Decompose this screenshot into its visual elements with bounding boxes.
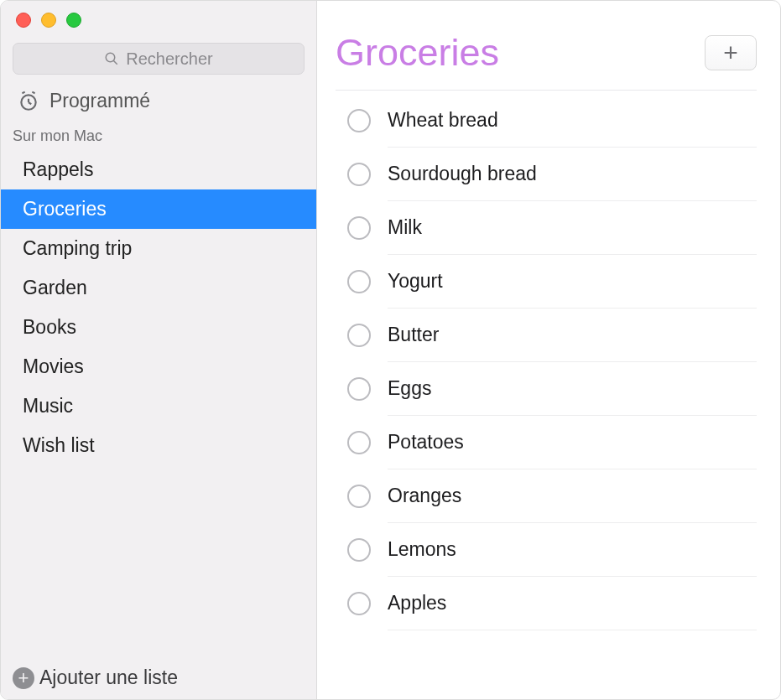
- sidebar-scheduled[interactable]: Programmé: [1, 86, 316, 124]
- sidebar-item-garden[interactable]: Garden: [1, 268, 316, 308]
- svg-line-4: [29, 102, 31, 104]
- reminder-row[interactable]: Wheat bread: [336, 94, 757, 148]
- search-input[interactable]: Rechercher: [13, 43, 305, 75]
- reminder-text[interactable]: Lemons: [388, 538, 757, 577]
- reminder-checkbox[interactable]: [347, 216, 371, 240]
- svg-point-0: [107, 53, 116, 62]
- reminder-row[interactable]: Potatoes: [336, 416, 757, 469]
- divider: [336, 90, 757, 91]
- add-list-button[interactable]: + Ajouter une liste: [1, 656, 316, 699]
- reminder-row[interactable]: Yogurt: [336, 255, 757, 309]
- search-icon: [104, 51, 119, 66]
- reminder-checkbox[interactable]: [347, 270, 371, 293]
- reminder-text[interactable]: Wheat bread: [388, 109, 757, 148]
- main-panel: Groceries + Wheat bread Sourdough bread …: [317, 1, 780, 699]
- reminder-text[interactable]: Oranges: [388, 485, 757, 523]
- reminder-row[interactable]: Apples: [336, 577, 757, 630]
- reminders-window: Rechercher Programmé Sur mon Mac Rappels…: [0, 0, 781, 700]
- window-controls: [1, 1, 316, 36]
- reminder-text[interactable]: Butter: [388, 324, 757, 362]
- search-placeholder: Rechercher: [126, 49, 212, 69]
- reminder-text[interactable]: Potatoes: [388, 431, 757, 469]
- minimize-button[interactable]: [41, 13, 56, 28]
- reminder-row[interactable]: Sourdough bread: [336, 148, 757, 201]
- svg-line-6: [32, 91, 34, 93]
- scheduled-label: Programmé: [49, 90, 150, 112]
- reminder-text[interactable]: Sourdough bread: [388, 163, 757, 201]
- reminder-row[interactable]: Oranges: [336, 469, 757, 523]
- reminder-text[interactable]: Yogurt: [388, 270, 757, 309]
- sidebar-item-books[interactable]: Books: [1, 308, 316, 347]
- svg-line-5: [22, 91, 24, 93]
- reminder-checkbox[interactable]: [347, 324, 371, 347]
- add-reminder-button[interactable]: +: [705, 35, 757, 70]
- reminder-text[interactable]: Apples: [388, 592, 757, 630]
- clock-icon: [18, 91, 39, 112]
- reminder-row[interactable]: Lemons: [336, 523, 757, 577]
- maximize-button[interactable]: [66, 13, 81, 28]
- sidebar-item-wish-list[interactable]: Wish list: [1, 426, 316, 465]
- list-title: Groceries: [336, 31, 499, 75]
- close-button[interactable]: [16, 13, 31, 28]
- sidebar-lists: Rappels Groceries Camping trip Garden Bo…: [1, 150, 316, 465]
- sidebar-item-music[interactable]: Music: [1, 386, 316, 426]
- plus-circle-icon: +: [13, 667, 34, 689]
- sidebar-section-header: Sur mon Mac: [1, 124, 316, 150]
- reminder-row[interactable]: Milk: [336, 201, 757, 255]
- reminder-checkbox[interactable]: [347, 485, 371, 508]
- reminder-checkbox[interactable]: [347, 377, 371, 401]
- sidebar: Rechercher Programmé Sur mon Mac Rappels…: [1, 1, 317, 699]
- sidebar-item-camping-trip[interactable]: Camping trip: [1, 229, 316, 268]
- reminder-checkbox[interactable]: [347, 163, 371, 186]
- add-list-label: Ajouter une liste: [39, 666, 178, 689]
- svg-line-1: [114, 60, 118, 65]
- reminder-row[interactable]: Eggs: [336, 362, 757, 416]
- reminder-checkbox[interactable]: [347, 109, 371, 132]
- reminder-text[interactable]: Milk: [388, 216, 757, 255]
- sidebar-item-rappels[interactable]: Rappels: [1, 150, 316, 189]
- reminder-row[interactable]: Butter: [336, 309, 757, 362]
- reminder-checkbox[interactable]: [347, 538, 371, 562]
- sidebar-item-groceries[interactable]: Groceries: [1, 189, 316, 229]
- plus-icon: +: [723, 39, 738, 67]
- reminder-checkbox[interactable]: [347, 431, 371, 454]
- reminder-text[interactable]: Eggs: [388, 377, 757, 416]
- reminder-checkbox[interactable]: [347, 592, 371, 615]
- search-wrap: Rechercher: [13, 43, 305, 75]
- sidebar-item-movies[interactable]: Movies: [1, 347, 316, 386]
- main-header: Groceries +: [336, 1, 757, 90]
- reminders-list: Wheat bread Sourdough bread Milk Yogurt …: [336, 94, 757, 630]
